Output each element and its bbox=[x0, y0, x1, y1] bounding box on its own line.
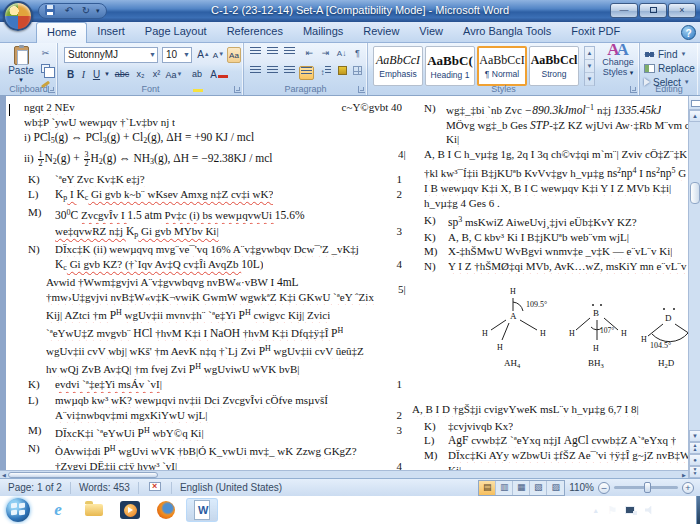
clipboard-dialog-launcher[interactable] bbox=[48, 86, 55, 93]
align-center-button[interactable] bbox=[265, 66, 280, 80]
zoom-in-button[interactable]: + bbox=[682, 482, 694, 494]
paragraph-dialog-launcher[interactable] bbox=[358, 86, 365, 93]
firefox-icon[interactable] bbox=[150, 498, 182, 522]
minimize-button[interactable]: — bbox=[610, 3, 638, 18]
show-desktop-button[interactable] bbox=[696, 496, 700, 524]
shading-button[interactable] bbox=[335, 66, 350, 80]
find-button[interactable]: Find▼ bbox=[644, 47, 695, 61]
action-center-icon[interactable]: ⚑ bbox=[607, 504, 617, 517]
underline-button[interactable]: U bbox=[90, 67, 103, 83]
restore-button[interactable] bbox=[639, 3, 667, 18]
tab-review[interactable]: Review bbox=[353, 22, 409, 43]
change-case-button[interactable]: Aa▼ bbox=[165, 67, 183, 83]
style-heading-1[interactable]: AaBbC(Heading 1 bbox=[425, 46, 475, 86]
draft-view-button[interactable]: ▨ bbox=[547, 481, 564, 495]
print-layout-view-button[interactable]: ▤ bbox=[479, 481, 496, 495]
styles-dialog-launcher[interactable] bbox=[630, 86, 637, 93]
tab-avro-bangla-tools[interactable]: Avro Bangla Tools bbox=[453, 22, 561, 43]
bold-button[interactable]: B bbox=[64, 67, 77, 83]
cut-button[interactable]: ✂ bbox=[38, 47, 53, 60]
styles-scroll-down[interactable]: ▼ bbox=[585, 60, 594, 73]
multilevel-list-button[interactable] bbox=[282, 47, 297, 61]
tab-references[interactable]: References bbox=[217, 22, 293, 43]
align-left-button[interactable] bbox=[248, 66, 263, 80]
grow-font-button[interactable]: A▲ bbox=[196, 47, 211, 63]
superscript-button[interactable]: x² bbox=[149, 67, 164, 83]
horizontal-scrollbar[interactable]: ◀ ▶ bbox=[0, 470, 688, 478]
help-button[interactable]: ? bbox=[681, 25, 696, 40]
internet-explorer-icon[interactable]: e bbox=[42, 498, 74, 522]
font-dialog-launcher[interactable] bbox=[234, 86, 241, 93]
increase-indent-button[interactable]: ⇥ bbox=[318, 47, 333, 61]
font-size-dropdown-icon[interactable]: ▼ bbox=[183, 51, 190, 58]
previous-page-button[interactable]: ▲▲ bbox=[689, 442, 700, 454]
line-spacing-button[interactable]: ↕ bbox=[318, 66, 333, 80]
sort-button[interactable]: A↓ bbox=[334, 47, 349, 61]
copy-button[interactable] bbox=[38, 63, 53, 76]
proofing-status[interactable] bbox=[139, 482, 172, 494]
style-strong[interactable]: AaBbCclStrong bbox=[529, 46, 579, 86]
borders-button[interactable] bbox=[350, 66, 365, 80]
web-layout-view-button[interactable]: ▦ bbox=[513, 481, 530, 495]
styles-scroll-up[interactable]: ▲ bbox=[585, 47, 594, 60]
zoom-out-button[interactable]: – bbox=[598, 482, 610, 494]
tab-insert[interactable]: Insert bbox=[87, 22, 135, 43]
underline-dropdown[interactable]: ▼ bbox=[103, 67, 111, 83]
font-name-combo[interactable]: SutonnyMJ▼ bbox=[64, 47, 158, 63]
scroll-down-button[interactable]: ▼ bbox=[689, 430, 700, 442]
select-browse-object-button[interactable]: ● bbox=[689, 454, 700, 466]
find-dropdown-icon[interactable]: ▼ bbox=[680, 51, 686, 57]
shrink-font-button[interactable]: A▼ bbox=[212, 47, 225, 63]
align-right-button[interactable] bbox=[282, 66, 297, 80]
vertical-scroll-thumb[interactable] bbox=[690, 182, 700, 204]
highlight-button[interactable]: ab bbox=[187, 67, 207, 83]
scroll-up-button[interactable]: ▲ bbox=[689, 110, 700, 122]
font-color-button[interactable]: A bbox=[210, 67, 228, 83]
document-column-left[interactable]: ngqt 2 NEvc~Y©gvbt 40wb‡P `ywU wewµqv †`… bbox=[10, 100, 402, 470]
show-marks-button[interactable]: ¶ bbox=[350, 47, 365, 61]
undo-button[interactable]: ↶ bbox=[62, 5, 76, 18]
word-count[interactable]: Words: 453 bbox=[71, 482, 139, 494]
style-emphasis[interactable]: AaBbCcIEmphasis bbox=[373, 46, 423, 86]
show-hidden-icons-button[interactable]: ▲ bbox=[592, 507, 599, 514]
next-page-button[interactable]: ▼▼ bbox=[689, 466, 700, 478]
zoom-slider[interactable] bbox=[614, 486, 678, 489]
customize-qat-button[interactable]: ▾ bbox=[96, 7, 100, 15]
paste-dropdown-arrow[interactable]: ▾ bbox=[6, 76, 36, 84]
clock[interactable]: 10:01 PM 8/18/2016 bbox=[652, 498, 694, 522]
media-player-icon[interactable] bbox=[114, 498, 146, 522]
tab-home[interactable]: Home bbox=[36, 22, 87, 43]
tab-view[interactable]: View bbox=[409, 22, 453, 43]
tab-page-layout[interactable]: Page Layout bbox=[135, 22, 217, 43]
language-indicator[interactable]: English (United States) bbox=[172, 482, 290, 494]
outline-view-button[interactable]: ▧ bbox=[530, 481, 547, 495]
start-button[interactable] bbox=[6, 498, 30, 522]
close-button[interactable]: × bbox=[668, 3, 696, 18]
font-size-combo[interactable]: 10▼ bbox=[162, 47, 192, 63]
strikethrough-button[interactable]: abc bbox=[112, 67, 132, 83]
zoom-level[interactable]: 110% bbox=[569, 482, 594, 493]
vertical-scrollbar[interactable]: ▲ ▼ ▲▲ ● ▼▼ bbox=[688, 96, 700, 478]
font-name-dropdown-icon[interactable]: ▼ bbox=[149, 51, 156, 58]
page-indicator[interactable]: Page: 1 of 2 bbox=[0, 482, 71, 494]
replace-button[interactable]: Replace bbox=[644, 61, 695, 75]
view-ruler-button[interactable] bbox=[689, 96, 700, 110]
italic-button[interactable]: I bbox=[78, 67, 89, 83]
numbering-button[interactable] bbox=[265, 47, 280, 61]
tab-mailings[interactable]: Mailings bbox=[293, 22, 353, 43]
office-button-icon[interactable] bbox=[3, 1, 33, 31]
input-language-indicator[interactable]: EN bbox=[570, 505, 584, 516]
zoom-slider-thumb[interactable] bbox=[644, 482, 651, 493]
decrease-indent-button[interactable]: ⇤ bbox=[302, 47, 317, 61]
save-button[interactable] bbox=[45, 5, 59, 18]
clear-formatting-button[interactable]: Aa bbox=[227, 47, 241, 63]
subscript-button[interactable]: x₂ bbox=[133, 67, 148, 83]
justify-button[interactable] bbox=[299, 66, 314, 80]
windows-explorer-icon[interactable] bbox=[78, 498, 110, 522]
network-icon[interactable] bbox=[625, 506, 637, 515]
fullscreen-reading-view-button[interactable]: ▥ bbox=[496, 481, 513, 495]
redo-button[interactable]: ↻ bbox=[79, 5, 93, 18]
word-taskbar-icon[interactable]: W bbox=[186, 498, 218, 522]
bullets-button[interactable] bbox=[248, 47, 263, 61]
style--normal[interactable]: AaBbCcI¶ Normal bbox=[477, 46, 527, 86]
